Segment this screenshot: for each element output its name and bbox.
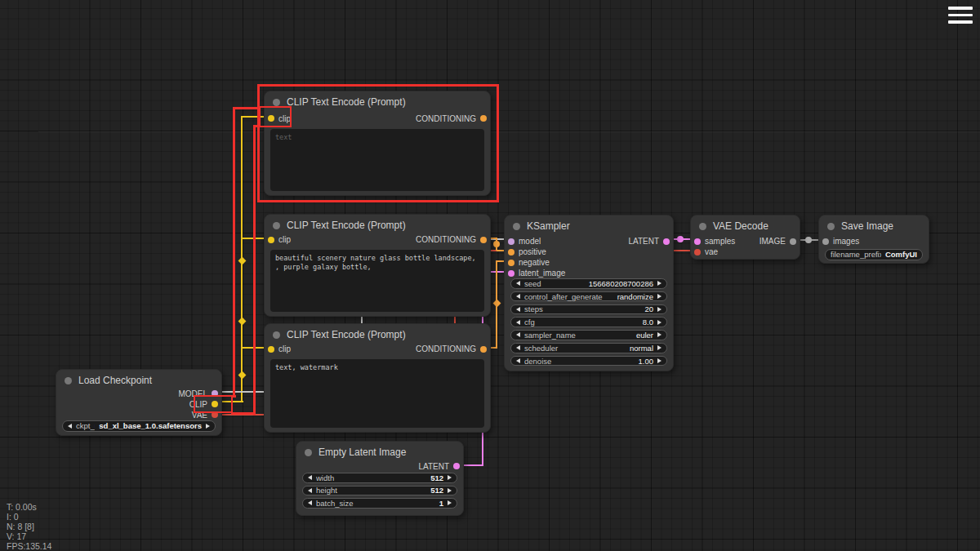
decrement-arrow-icon[interactable] xyxy=(516,281,520,286)
stat-line: FPS:135.14 xyxy=(7,541,51,551)
link-midpoint-marker xyxy=(493,300,501,308)
menu-bar xyxy=(948,7,973,10)
link-midpoint-marker xyxy=(805,237,812,243)
hamburger-menu-icon[interactable] xyxy=(948,7,973,28)
decrement-arrow-icon[interactable] xyxy=(516,294,520,299)
conditioning-output-slot[interactable] xyxy=(480,346,487,353)
slot-label: model xyxy=(519,237,541,246)
images-input-slot[interactable] xyxy=(822,238,829,245)
widget-steps[interactable]: steps 20 xyxy=(510,304,667,315)
negative-input-slot[interactable] xyxy=(508,260,514,266)
node-title-bar[interactable]: CLIP Text Encode (Prompt) xyxy=(265,324,490,345)
decrement-arrow-icon[interactable] xyxy=(516,358,520,363)
collapse-dot-icon[interactable] xyxy=(65,377,72,384)
widget-width[interactable]: width 512 xyxy=(302,473,457,483)
increment-arrow-icon[interactable] xyxy=(657,358,662,363)
latent-output-slot[interactable] xyxy=(453,463,460,469)
clip-input-slot[interactable] xyxy=(268,346,274,353)
widget-filename-prefix[interactable]: filename_prefix ComfyUI xyxy=(825,249,923,260)
widget-value[interactable]: 512 xyxy=(430,486,443,495)
widget-denoise[interactable]: denoise 1.00 xyxy=(510,356,667,367)
widget-value[interactable]: 512 xyxy=(430,473,443,482)
samples-input-slot[interactable] xyxy=(694,238,701,245)
node-title: Load Checkpoint xyxy=(78,370,152,391)
image-output-slot[interactable] xyxy=(790,238,796,245)
slot-label: latent_image xyxy=(519,269,565,278)
node-title-bar[interactable]: Empty Latent Image xyxy=(296,442,463,463)
decrement-arrow-icon[interactable] xyxy=(308,475,312,480)
model-input-slot[interactable] xyxy=(508,238,514,245)
node-title-bar[interactable]: CLIP Text Encode (Prompt) xyxy=(265,215,490,236)
grid-major-line xyxy=(0,29,980,29)
increment-arrow-icon[interactable] xyxy=(448,488,452,493)
positive-input-slot[interactable] xyxy=(508,249,514,256)
increment-arrow-icon[interactable] xyxy=(206,424,210,429)
clip-input-slot[interactable] xyxy=(268,237,274,243)
widget-label: width xyxy=(316,473,426,482)
node-clip-text-encode-positive[interactable]: CLIP Text Encode (Prompt) clip CONDITION… xyxy=(264,214,491,317)
slot-label: IMAGE xyxy=(760,237,786,246)
widget-control-after-generate[interactable]: control_after_generate randomize xyxy=(510,291,667,302)
increment-arrow-icon[interactable] xyxy=(657,332,662,337)
decrement-arrow-icon[interactable] xyxy=(308,488,312,493)
decrement-arrow-icon[interactable] xyxy=(516,345,520,350)
widget-cfg[interactable]: cfg 8.0 xyxy=(510,317,667,327)
node-save-image[interactable]: Save Image images filename_prefix ComfyU… xyxy=(818,215,929,264)
widget-value[interactable]: euler xyxy=(636,331,653,340)
node-clip-text-encode-negative[interactable]: CLIP Text Encode (Prompt) clip CONDITION… xyxy=(264,323,491,433)
node-empty-latent-image[interactable]: Empty Latent Image LATENT width 512 heig… xyxy=(296,441,464,516)
node-title-bar[interactable]: KSampler xyxy=(505,216,673,237)
increment-arrow-icon[interactable] xyxy=(448,475,452,480)
node-ksampler[interactable]: KSampler model positive negative latent_… xyxy=(504,215,674,371)
latent-output-slot[interactable] xyxy=(663,238,670,245)
decrement-arrow-icon[interactable] xyxy=(516,320,520,325)
increment-arrow-icon[interactable] xyxy=(657,320,662,325)
prompt-textarea[interactable]: text, watermark xyxy=(270,359,484,428)
widget-value[interactable]: ComfyUI xyxy=(885,250,917,259)
decrement-arrow-icon[interactable] xyxy=(516,332,520,337)
prompt-textarea[interactable]: beautiful scenery nature glass bottle la… xyxy=(270,250,484,312)
node-title-bar[interactable]: VAE Decode xyxy=(691,216,800,237)
widget-label: height xyxy=(316,486,426,495)
widget-height[interactable]: height 512 xyxy=(302,486,457,496)
widget-value[interactable]: randomize xyxy=(617,292,653,301)
decrement-arrow-icon[interactable] xyxy=(308,500,312,505)
node-vae-decode[interactable]: VAE Decode samples vae IMAGE xyxy=(690,215,800,260)
decrement-arrow-icon[interactable] xyxy=(516,307,520,312)
widget-value[interactable]: 8.0 xyxy=(643,318,653,327)
highlight-path xyxy=(231,395,236,398)
collapse-dot-icon[interactable] xyxy=(273,222,280,229)
widget-ckpt-name[interactable]: ckpt_name sd_xl_base_1.0.safetensors xyxy=(62,420,216,432)
widget-seed[interactable]: seed 156680208700286 xyxy=(510,278,667,289)
widget-batch-size[interactable]: batch_size 1 xyxy=(302,498,457,509)
decrement-arrow-icon[interactable] xyxy=(68,424,72,429)
widget-sampler-name[interactable]: sampler_name euler xyxy=(510,330,667,340)
widget-value[interactable]: 156680208700286 xyxy=(589,279,653,288)
widget-value[interactable]: normal xyxy=(630,344,653,353)
collapse-dot-icon[interactable] xyxy=(305,449,312,456)
link-midpoint-marker xyxy=(493,241,500,247)
latent-image-input-slot[interactable] xyxy=(508,270,514,277)
collapse-dot-icon[interactable] xyxy=(699,223,706,230)
increment-arrow-icon[interactable] xyxy=(657,281,662,286)
increment-arrow-icon[interactable] xyxy=(657,345,662,350)
collapse-dot-icon[interactable] xyxy=(513,223,520,230)
widget-label: steps xyxy=(524,304,640,313)
collapse-dot-icon[interactable] xyxy=(827,223,835,230)
widget-value[interactable]: sd_xl_base_1.0.safetensors xyxy=(99,421,202,430)
widget-scheduler[interactable]: scheduler normal xyxy=(510,343,667,353)
collapse-dot-icon[interactable] xyxy=(273,331,280,339)
increment-arrow-icon[interactable] xyxy=(448,500,452,505)
menu-bar xyxy=(948,14,973,17)
prompt-text: text, watermark xyxy=(275,363,338,371)
increment-arrow-icon[interactable] xyxy=(657,294,662,299)
vae-input-slot[interactable] xyxy=(694,249,701,256)
highlight-rect-clip-input xyxy=(259,106,292,127)
conditioning-output-slot[interactable] xyxy=(480,237,487,243)
widget-value[interactable]: 1 xyxy=(439,499,443,508)
widget-value[interactable]: 20 xyxy=(644,304,653,313)
node-graph-canvas[interactable]: CLIP Text Encode (Prompt) clip CONDITION… xyxy=(0,0,980,551)
increment-arrow-icon[interactable] xyxy=(657,307,662,312)
node-title-bar[interactable]: Save Image xyxy=(819,216,929,237)
widget-value[interactable]: 1.00 xyxy=(639,357,654,366)
